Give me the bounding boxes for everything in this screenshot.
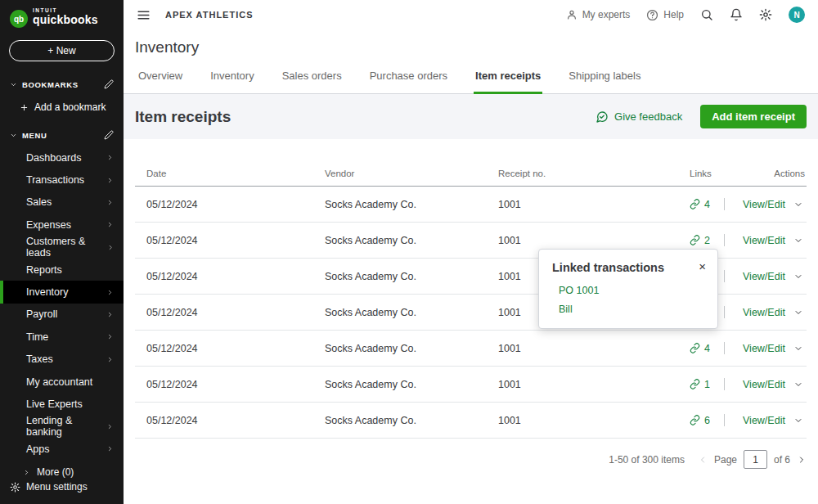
help-circle-icon <box>646 9 658 21</box>
view-edit-link[interactable]: View/Edit <box>743 343 785 354</box>
user-avatar[interactable]: N <box>789 7 805 23</box>
new-button[interactable]: + New <box>9 40 115 61</box>
view-edit-link[interactable]: View/Edit <box>743 379 785 390</box>
page-number-input[interactable] <box>744 450 767 469</box>
chevron-right-icon <box>106 289 114 296</box>
divider <box>724 414 725 426</box>
sidebar-item-label: Customers & leads <box>26 236 107 259</box>
bookmarks-section-header[interactable]: BOOKMARKS <box>0 73 124 96</box>
row-date: 05/12/2024 <box>135 307 313 318</box>
row-vendor: Socks Academy Co. <box>313 271 487 282</box>
my-experts-label: My experts <box>582 9 631 20</box>
hamburger-menu-icon[interactable] <box>137 8 151 22</box>
popover-transaction-link[interactable]: Bill <box>559 304 704 315</box>
chevron-down-icon[interactable] <box>793 416 803 425</box>
chevron-right-icon <box>106 311 114 318</box>
row-links-count-link[interactable]: 4 <box>678 343 724 354</box>
edit-pencil-icon[interactable] <box>104 130 114 140</box>
sidebar-item-transactions[interactable]: Transactions <box>0 169 124 191</box>
quickbooks-brand-text: quickbooks <box>33 13 98 26</box>
tab-purchase-orders[interactable]: Purchase orders <box>368 68 449 94</box>
table-row: 05/12/2024 Socks Academy Co. 1001 1 View… <box>135 367 807 403</box>
intuit-brand-text: INTUIT <box>33 7 98 13</box>
chevron-down-icon[interactable] <box>793 272 803 281</box>
menu-settings-label: Menu settings <box>26 481 88 493</box>
row-vendor: Socks Academy Co. <box>313 199 487 210</box>
tab-item-receipts[interactable]: Item receipts <box>474 68 542 94</box>
sidebar-item-live-experts[interactable]: Live Experts <box>0 393 124 415</box>
close-icon[interactable]: × <box>699 260 706 272</box>
view-edit-link[interactable]: View/Edit <box>743 271 785 282</box>
links-count: 4 <box>704 199 710 210</box>
give-feedback-button[interactable]: Give feedback <box>596 110 682 124</box>
row-vendor: Socks Academy Co. <box>313 307 487 318</box>
gear-icon[interactable] <box>759 8 772 21</box>
section-title: Item receipts <box>135 108 231 126</box>
tab-overview[interactable]: Overview <box>137 68 184 94</box>
sidebar-item-sales[interactable]: Sales <box>0 191 124 214</box>
row-receipt-no: 1001 <box>487 415 678 426</box>
row-actions: View/Edit <box>724 198 807 210</box>
chevron-right-icon <box>106 177 114 184</box>
row-vendor: Socks Academy Co. <box>313 415 487 426</box>
my-experts-button[interactable]: My experts <box>566 9 631 20</box>
sidebar-item-my-accountant[interactable]: My accountant <box>0 371 124 393</box>
sidebar-item-lending-banking[interactable]: Lending & banking <box>0 416 124 438</box>
row-receipt-no: 1001 <box>487 199 678 210</box>
chevron-down-icon <box>10 81 17 88</box>
row-actions: View/Edit <box>724 306 807 318</box>
qb-logo-icon: qb <box>10 10 28 28</box>
add-bookmark-item[interactable]: Add a bookmark <box>0 96 124 119</box>
row-links-count-link[interactable]: 6 <box>678 415 724 426</box>
view-edit-link[interactable]: View/Edit <box>743 307 785 318</box>
sidebar-item-time[interactable]: Time <box>0 326 124 348</box>
search-icon[interactable] <box>700 8 713 21</box>
sidebar-item-expenses[interactable]: Expenses <box>0 214 124 236</box>
sidebar-item-customers-leads[interactable]: Customers & leads <box>0 236 124 259</box>
menu-section-header[interactable]: MENU <box>0 124 124 146</box>
row-links-count-link[interactable]: 2 <box>678 235 724 246</box>
tab-sales-orders[interactable]: Sales orders <box>281 68 344 94</box>
sidebar-item-inventory[interactable]: Inventory <box>0 281 124 303</box>
tab-shipping-labels[interactable]: Shipping labels <box>567 68 642 94</box>
section-header: Item receipts Give feedback Add item rec… <box>124 94 818 139</box>
help-button[interactable]: Help <box>646 9 684 21</box>
link-icon <box>690 199 700 209</box>
view-edit-link[interactable]: View/Edit <box>743 235 785 246</box>
chevron-down-icon[interactable] <box>793 200 803 209</box>
chevron-down-icon[interactable] <box>793 308 803 317</box>
view-edit-link[interactable]: View/Edit <box>743 415 785 426</box>
chevron-right-icon[interactable] <box>797 455 807 465</box>
popover-transaction-link[interactable]: PO 1001 <box>559 285 704 296</box>
row-links-count-link[interactable]: 4 <box>678 199 724 210</box>
sidebar-item-taxes[interactable]: Taxes <box>0 349 124 371</box>
edit-pencil-icon[interactable] <box>104 79 114 89</box>
divider <box>724 270 725 282</box>
popover-title: Linked transactions <box>552 261 704 274</box>
row-date: 05/12/2024 <box>135 235 313 246</box>
chevron-down-icon[interactable] <box>793 380 803 389</box>
menu-settings-button[interactable]: Menu settings <box>0 476 97 497</box>
sidebar-item-label: Taxes <box>26 353 53 365</box>
row-receipt-no: 1001 <box>487 343 678 354</box>
link-icon <box>690 379 700 389</box>
sidebar-item-apps[interactable]: Apps <box>0 438 124 460</box>
bookmarks-label: BOOKMARKS <box>22 80 79 89</box>
tab-inventory[interactable]: Inventory <box>209 68 255 94</box>
chevron-down-icon[interactable] <box>793 344 803 353</box>
chevron-right-icon <box>107 244 114 251</box>
popover-links-list: PO 1001Bill <box>552 285 704 315</box>
add-item-receipt-button[interactable]: Add item receipt <box>700 105 807 128</box>
sidebar-item-reports[interactable]: Reports <box>0 259 124 281</box>
chevron-down-icon[interactable] <box>793 236 803 245</box>
view-edit-link[interactable]: View/Edit <box>743 199 785 210</box>
sidebar-item-dashboards[interactable]: Dashboards <box>0 146 124 169</box>
bell-icon[interactable] <box>730 8 743 21</box>
quickbooks-logo[interactable]: qb INTUIT quickbooks <box>0 0 124 33</box>
row-actions: View/Edit <box>724 234 807 246</box>
column-header-vendor: Vendor <box>313 169 487 178</box>
sidebar-item-label: Apps <box>26 443 50 455</box>
row-links-count-link[interactable]: 1 <box>678 379 724 390</box>
sidebar-item-payroll[interactable]: Payroll <box>0 304 124 326</box>
chevron-left-icon[interactable] <box>698 455 708 465</box>
